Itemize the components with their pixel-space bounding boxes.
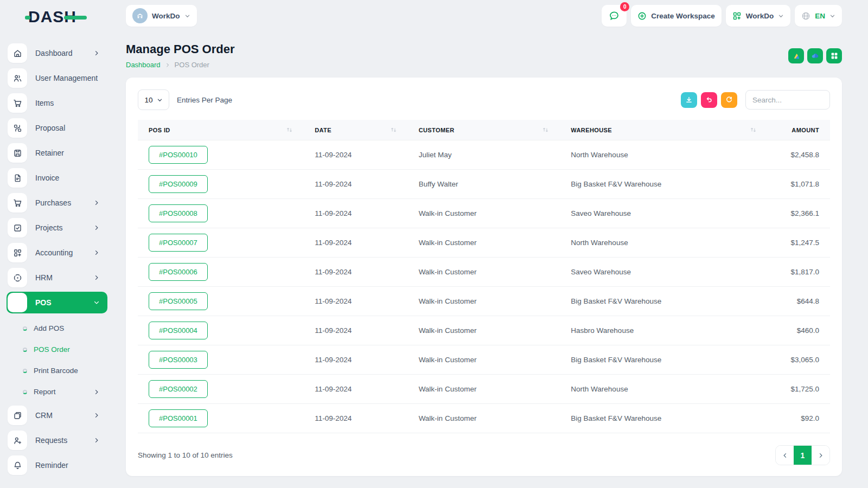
integration-buttons	[788, 48, 842, 63]
topbar: WorkDo 0 Create Workspace WorkDo	[126, 0, 842, 31]
pos-id-chip[interactable]: #POS00004	[149, 322, 208, 339]
pos-submenu: Add POS POS Order Print Barcode Report	[7, 317, 107, 404]
sidebar-item-label: Accounting	[35, 248, 85, 257]
submenu-item-print-barcode[interactable]: Print Barcode	[23, 360, 101, 381]
topbar-actions: 0 Create Workspace WorkDo EN	[602, 5, 842, 27]
sidebar-item-proposal[interactable]: Proposal	[7, 117, 107, 139]
pos-id-cell: #POS00001	[138, 404, 304, 433]
amount-cell: $92.0	[768, 404, 830, 433]
pos-id-chip[interactable]: #POS00002	[149, 380, 208, 398]
submenu-item-pos-order[interactable]: POS Order	[23, 339, 101, 360]
language-selector[interactable]: EN	[795, 5, 842, 27]
chevron-right-icon	[93, 50, 100, 56]
submenu-item-report[interactable]: Report	[23, 381, 101, 402]
sidebar-item-items[interactable]: Items	[7, 92, 107, 114]
pos-id-chip[interactable]: #POS00008	[149, 204, 208, 222]
customer-cell: Walk-in Customer	[408, 375, 560, 404]
submenu-item-add-pos[interactable]: Add POS	[23, 318, 101, 339]
refresh-button[interactable]	[721, 92, 737, 108]
main-area: WorkDo 0 Create Workspace WorkDo	[114, 0, 868, 488]
column-header-warehouse[interactable]: WAREHOUSE	[560, 120, 768, 140]
reset-button[interactable]	[701, 92, 717, 108]
search-input[interactable]	[745, 90, 830, 110]
column-header-pos-id[interactable]: POS ID	[138, 120, 304, 140]
pos-dots-grid-icon	[8, 293, 27, 312]
sidebar-item-requests[interactable]: Requests	[7, 429, 107, 451]
pos-id-chip[interactable]: #POS00005	[149, 292, 208, 310]
breadcrumb: Dashboard POS Order	[126, 61, 235, 69]
chat-badge: 0	[620, 2, 629, 11]
entries-per-page-select[interactable]: 10	[138, 89, 169, 110]
apps-label: WorkDo	[746, 12, 774, 20]
workspace-avatar	[132, 8, 148, 23]
sort-icon	[286, 126, 293, 133]
invoice-file-icon	[8, 168, 27, 188]
date-cell: 11-09-2024	[304, 258, 407, 287]
sidebar-item-invoice[interactable]: Invoice	[7, 167, 107, 189]
amount-cell: $2,366.1	[768, 199, 830, 228]
warehouse-cell: Saveo Warehouse	[560, 199, 768, 228]
grid-view-button[interactable]	[826, 48, 842, 63]
sidebar-item-accounting[interactable]: Accounting	[7, 242, 107, 264]
brand-logo[interactable]: DASH	[0, 0, 114, 34]
page-title: Manage POS Order	[126, 42, 235, 56]
pos-id-chip[interactable]: #POS00003	[149, 351, 208, 369]
sidebar-item-dashboard[interactable]: Dashboard	[7, 42, 107, 64]
pagination-page-1[interactable]: 1	[794, 446, 812, 465]
pos-id-chip[interactable]: #POS00006	[149, 263, 208, 281]
chevron-down-icon	[829, 13, 835, 19]
warehouse-cell: Big Basket F&V Warehouse	[560, 404, 768, 433]
customer-cell: Walk-in Customer	[408, 287, 560, 316]
sidebar-item-hrm[interactable]: HRM	[7, 267, 107, 288]
column-header-customer[interactable]: CUSTOMER	[408, 120, 560, 140]
chevron-right-icon	[93, 274, 100, 281]
google-drive-button[interactable]	[788, 48, 804, 63]
sidebar-item-reminder[interactable]: Reminder	[7, 454, 107, 476]
pos-table-body: #POS00010 11-09-2024 Juliet May North Wa…	[138, 140, 830, 433]
export-download-button[interactable]	[681, 92, 697, 108]
warehouse-cell: Saveo Warehouse	[560, 258, 768, 287]
table-row: #POS00004 11-09-2024 Walk-in Customer Ha…	[138, 316, 830, 345]
sidebar-item-label: HRM	[35, 273, 85, 282]
date-cell: 11-09-2024	[304, 287, 407, 316]
pagination-prev-button[interactable]	[776, 446, 794, 465]
sidebar-menu: Dashboard User Management Items	[0, 34, 114, 479]
pos-id-chip[interactable]: #POS00010	[149, 146, 208, 164]
pos-id-chip[interactable]: #POS00001	[149, 409, 208, 427]
sidebar-item-pos[interactable]: POS	[7, 292, 107, 313]
grid-icon	[830, 52, 839, 60]
sidebar-item-crm[interactable]: CRM	[7, 404, 107, 426]
table-header-row: POS ID DATE CUSTOMER WAREHOUSE	[138, 120, 830, 140]
onedrive-button[interactable]	[807, 48, 823, 63]
warehouse-cell: Big Basket F&V Warehouse	[560, 287, 768, 316]
messages-button[interactable]: 0	[602, 5, 627, 27]
workspace-selector[interactable]: WorkDo	[126, 5, 197, 27]
pos-id-chip[interactable]: #POS00009	[149, 175, 208, 193]
sidebar-item-label: User Management	[35, 74, 98, 82]
warehouse-cell: Hasbro Warehouse	[560, 316, 768, 345]
customer-cell: Walk-in Customer	[408, 316, 560, 345]
column-header-date[interactable]: DATE	[304, 120, 407, 140]
user-plus-icon	[8, 431, 27, 450]
breadcrumb-dashboard-link[interactable]: Dashboard	[126, 61, 161, 69]
date-cell: 11-09-2024	[304, 170, 407, 199]
onedrive-cloud-icon	[811, 52, 820, 60]
pos-id-cell: #POS00003	[138, 345, 304, 375]
amount-cell: $1,071.8	[768, 170, 830, 199]
chevron-left-icon	[782, 452, 788, 459]
pos-id-cell: #POS00005	[138, 287, 304, 316]
sidebar-item-user-management[interactable]: User Management	[7, 67, 107, 89]
table-row: #POS00006 11-09-2024 Walk-in Customer Sa…	[138, 258, 830, 287]
warehouse-cell: North Warehouse	[560, 140, 768, 170]
sidebar-item-retainer[interactable]: Retainer	[7, 142, 107, 164]
sidebar-item-purchases[interactable]: Purchases	[7, 192, 107, 214]
pos-id-chip[interactable]: #POS00007	[149, 234, 208, 252]
card-footer: Showing 1 to 10 of 10 entries 1	[138, 445, 830, 465]
pagination-next-button[interactable]	[812, 446, 829, 465]
sidebar-item-projects[interactable]: Projects	[7, 217, 107, 239]
column-header-amount[interactable]: AMOUNT	[768, 120, 830, 140]
date-cell: 11-09-2024	[304, 404, 407, 433]
apps-dropdown[interactable]: WorkDo	[726, 5, 791, 27]
sort-icon	[390, 126, 397, 133]
create-workspace-button[interactable]: Create Workspace	[631, 5, 722, 27]
